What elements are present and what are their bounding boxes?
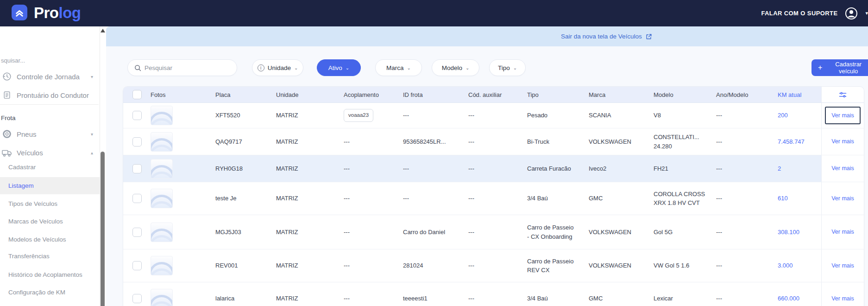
sidebar-item-tipos-de-veiculos[interactable]: Tipos de Veículos xyxy=(0,195,100,212)
sidebar-divider xyxy=(0,104,99,105)
see-more-link[interactable]: Ver mais xyxy=(831,294,854,303)
plus-icon: + xyxy=(818,64,822,71)
brand-cell-value: VOLKSWAGEN xyxy=(589,137,631,147)
new-screen-banner: Sair da nova tela de Veículos xyxy=(106,26,868,46)
sidebar-item-label: Controle de Jornada xyxy=(17,73,80,81)
see-more-link[interactable]: Ver mais xyxy=(831,194,854,203)
km-cell-value[interactable]: 308.100 xyxy=(778,228,799,237)
row-checkbox[interactable] xyxy=(132,137,142,147)
sidebar-item-veiculos[interactable]: Veículos▴ xyxy=(0,146,100,159)
sidebar-item-cadastrar[interactable]: Cadastrar xyxy=(0,159,100,176)
navbar-right-cluster: FALAR COM O SUPORTE ▾ xyxy=(761,0,866,26)
row-select-cell xyxy=(123,155,151,182)
row-checkbox[interactable] xyxy=(132,164,142,173)
brand-cell: GMC xyxy=(589,182,654,215)
km-cell-value[interactable]: 3.000 xyxy=(778,261,793,270)
sidebar-item-pneus[interactable]: Pneus▾ xyxy=(0,128,100,140)
aux-code-cell-value: --- xyxy=(468,137,474,147)
sidebar-section-frota: Frota xyxy=(1,115,16,121)
km-cell-value[interactable]: 200 xyxy=(778,111,788,120)
sidebar-item-transferencias[interactable]: Transferências xyxy=(0,248,100,265)
filter-dropdown-ativo[interactable]: Ativo⌄ xyxy=(317,59,361,76)
see-more-link[interactable]: Ver mais xyxy=(831,137,854,146)
sidebar-scrollbar-thumb[interactable] xyxy=(101,152,105,306)
unit-cell-value: MATRIZ xyxy=(276,194,298,203)
plate-cell: RYH0G18 xyxy=(215,155,276,182)
km-cell-value[interactable]: 660.000 xyxy=(778,294,799,303)
register-vehicle-button[interactable]: + Cadastrar veículo xyxy=(811,59,868,76)
sidebar-item-label: Prontuário do Condutor xyxy=(17,91,89,99)
km-cell-value[interactable]: 7.458.747 xyxy=(778,137,805,147)
row-checkbox[interactable] xyxy=(132,294,142,303)
see-more-link[interactable]: Ver mais xyxy=(831,261,854,270)
sidebar-item-controle-de-jornada[interactable]: Controle de Jornada▾ xyxy=(0,70,100,83)
select-all-checkbox[interactable] xyxy=(132,90,142,99)
vehicle-photo-thumbnail[interactable] xyxy=(151,223,173,242)
user-avatar-icon[interactable] xyxy=(845,7,858,20)
column-settings-icon[interactable] xyxy=(839,91,847,98)
app-window: Prolog FALAR COM O SUPORTE ▾ Sair da nov… xyxy=(0,0,868,306)
sidebar-item-historico-de-acoplamentos[interactable]: Histórico de Acoplamentos xyxy=(0,266,100,283)
sidebar-item-marcas-de-veiculos[interactable]: Marcas de Veículos xyxy=(0,213,100,230)
fleet-id-cell-value: 281024 xyxy=(403,261,423,270)
year-model-cell-value: --- xyxy=(716,111,722,120)
see-more-link[interactable]: Ver mais xyxy=(825,107,861,125)
exit-new-screen-link[interactable]: Sair da nova tela de Veículos xyxy=(561,26,652,46)
sidebar-item-listagem[interactable]: Listagem xyxy=(0,177,100,194)
sidebar-subitem-label: Modelos de Veículos xyxy=(8,236,66,243)
type-cell-value: 3/4 Baú xyxy=(527,294,548,303)
row-photo-cell xyxy=(151,282,215,306)
sidebar-subitem-label: Tipos de Veículos xyxy=(8,200,57,207)
model-cell: Lexicar xyxy=(654,282,716,306)
prolog-logo[interactable]: Prolog xyxy=(12,5,81,20)
filter-dropdown-marca[interactable]: Marca⌄ xyxy=(375,59,422,76)
vehicle-photo-thumbnail[interactable] xyxy=(151,132,173,152)
see-more-link[interactable]: Ver mais xyxy=(831,228,854,236)
sidebar-scrollbar-up-arrow[interactable] xyxy=(101,29,105,32)
support-link[interactable]: FALAR COM O SUPORTE xyxy=(761,10,837,17)
row-checkbox[interactable] xyxy=(132,111,142,120)
vehicle-photo-thumbnail[interactable] xyxy=(151,159,173,178)
sidebar-search-placeholder[interactable]: squisar... xyxy=(1,57,25,64)
plate-cell: XFT5520 xyxy=(215,103,276,128)
prolog-logo-text: Prolog xyxy=(34,5,81,20)
year-model-cell-value: --- xyxy=(716,137,722,147)
brand-cell: VOLKSWAGEN xyxy=(589,215,654,249)
column-header-label: Acoplamento xyxy=(344,91,379,98)
sidebar-item-prontuario-do-condutor[interactable]: Prontuário do Condutor xyxy=(0,89,100,102)
filter-dropdown-modelo[interactable]: Modelo⌄ xyxy=(432,59,479,76)
table-row: MGJ5J03MATRIZ---Carro do Daniel---Carro … xyxy=(123,215,864,249)
year-model-cell-value: --- xyxy=(716,294,722,303)
unit-cell-value: MATRIZ xyxy=(276,111,298,120)
km-cell-value[interactable]: 610 xyxy=(778,194,788,203)
filter-dropdown-unidade[interactable]: iUnidade⌄ xyxy=(252,59,303,76)
coupling-chip[interactable]: voaaa23 xyxy=(344,109,373,121)
table-row: lalaricaMATRIZ---teeeesti1---3/4 BaúGMCL… xyxy=(123,282,864,306)
see-more-cell: Ver mais xyxy=(821,128,864,155)
row-checkbox[interactable] xyxy=(132,228,142,237)
row-checkbox[interactable] xyxy=(132,261,142,270)
sidebar-item-relatorios[interactable]: Relatórios xyxy=(0,301,100,306)
vehicle-photo-thumbnail[interactable] xyxy=(151,189,173,208)
vehicle-photo-thumbnail[interactable] xyxy=(151,256,173,275)
profile-caret-icon[interactable]: ▾ xyxy=(865,10,868,16)
sidebar-item-modelos-de-veiculos[interactable]: Modelos de Veículos xyxy=(0,231,100,248)
vehicle-photo-thumbnail[interactable] xyxy=(151,106,173,125)
row-checkbox[interactable] xyxy=(132,194,142,203)
filter-dropdown-tipo[interactable]: Tipo⌄ xyxy=(489,59,526,76)
see-more-link[interactable]: Ver mais xyxy=(831,164,854,173)
sidebar-item-label: Veículos xyxy=(17,149,43,157)
unit-cell: MATRIZ xyxy=(276,155,344,182)
km-cell-value[interactable]: 2 xyxy=(778,164,781,173)
row-select-cell xyxy=(123,249,151,282)
vehicle-photo-thumbnail[interactable] xyxy=(151,289,173,306)
km-cell: 610 xyxy=(778,182,821,215)
coupling-value: --- xyxy=(344,137,350,147)
year-model-cell-value: --- xyxy=(716,261,722,270)
km-cell: 3.000 xyxy=(778,249,821,282)
fleet-id-cell-value: --- xyxy=(403,194,409,203)
sidebar-item-configuracao-de-km[interactable]: Configuração de KM xyxy=(0,284,100,301)
model-cell-value: FH21 xyxy=(654,164,668,173)
fleet-id-cell: --- xyxy=(403,155,468,182)
search-input[interactable]: Pesquisar xyxy=(127,59,237,76)
